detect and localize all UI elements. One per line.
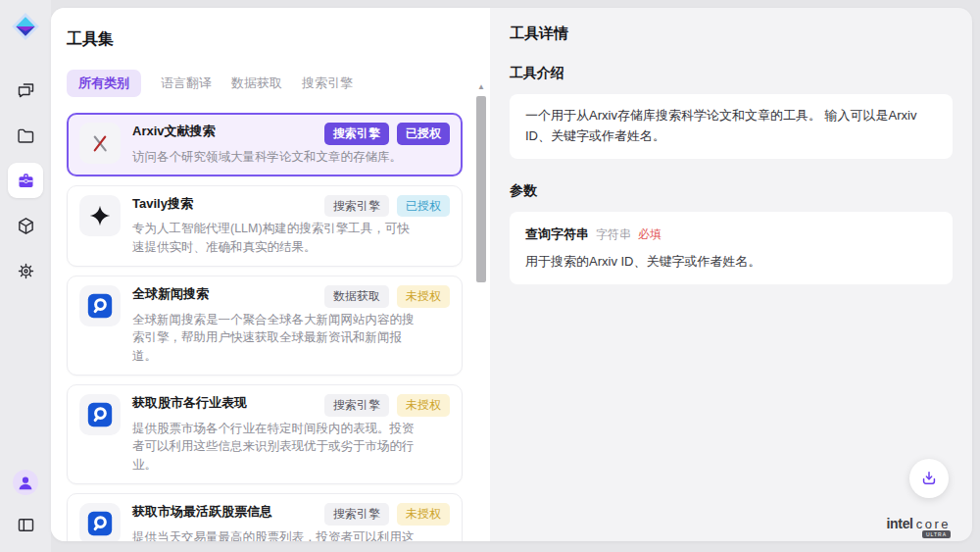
auth-badge: 已授权: [397, 123, 450, 145]
left-rail: [0, 0, 51, 552]
news-search-icon: [79, 285, 121, 326]
category-badge: 数据获取: [324, 285, 389, 308]
tool-description: 提供股票市场各个行业在特定时间段内的表现。投资者可以利用这些信息来识别表现优于或…: [132, 420, 418, 475]
rail-item-models[interactable]: [8, 208, 43, 243]
rail-item-chat[interactable]: [8, 73, 43, 108]
rail-item-settings[interactable]: [8, 253, 43, 288]
tool-description: 提供当天交易量最高的股票列表，投资者可以利用这些信息来识别流动性强的股票和潜在的…: [132, 528, 418, 541]
tool-detail-panel: 工具详情 工具介绍 一个用于从Arxiv存储库搜索科学论文和文章的工具。 输入可…: [490, 8, 972, 541]
toolbox-icon: [16, 171, 36, 191]
tool-name: Tavily搜索: [132, 195, 193, 213]
rail-item-files[interactable]: [8, 118, 43, 153]
tool-description: 专为人工智能代理(LLM)构建的搜索引擎工具，可快速提供实时、准确和真实的结果。: [132, 220, 418, 257]
main-container: 工具集 所有类别 语言翻译 数据获取 搜索引擎: [51, 8, 972, 541]
tool-card-active-stocks[interactable]: 获取市场最活跃股票信息 搜索引擎 未授权 提供当天交易量最高的股票列表，投资者可…: [67, 493, 463, 541]
tool-card-tavily[interactable]: Tavily搜索 搜索引擎 已授权 专为人工智能代理(LLM)构建的搜索引擎工具…: [67, 185, 463, 267]
param-description: 用于搜索的Arxiv ID、关键字或作者姓名。: [525, 252, 937, 272]
cube-icon: [16, 216, 36, 236]
intro-heading: 工具介绍: [510, 65, 953, 82]
auth-badge: 已授权: [397, 195, 450, 218]
tool-name: Arxiv文献搜索: [132, 123, 216, 140]
tab-data-fetch[interactable]: 数据获取: [231, 70, 282, 97]
param-type: 字符串: [596, 226, 631, 243]
stock-sector-icon: [79, 394, 121, 435]
param-name: 查询字符串: [525, 226, 589, 243]
list-scrollbar[interactable]: ▲: [475, 82, 487, 537]
rail-item-panel-toggle[interactable]: [8, 507, 43, 542]
brand-intel: intel: [886, 516, 912, 531]
folder-icon: [16, 125, 36, 146]
user-avatar[interactable]: [13, 470, 38, 495]
tool-card-sector-performance[interactable]: 获取股市各行业表现 搜索引擎 未授权 提供股票市场各个行业在特定时间段内的表现。…: [67, 384, 463, 484]
intro-card: 一个用于从Arxiv存储库搜索科学论文和文章的工具。 输入可以是Arxiv ID…: [510, 94, 953, 159]
app-window: 工具集 所有类别 语言翻译 数据获取 搜索引擎: [0, 0, 980, 552]
detail-title: 工具详情: [510, 25, 953, 43]
page-title: 工具集: [67, 29, 463, 50]
download-button[interactable]: [909, 459, 949, 498]
active-stocks-icon: [79, 503, 121, 541]
tab-translation[interactable]: 语言翻译: [161, 70, 212, 97]
tavily-icon: [79, 195, 121, 236]
category-badge: 搜索引擎: [324, 503, 389, 526]
scrollbar-thumb[interactable]: [476, 96, 486, 282]
tab-all-categories[interactable]: 所有类别: [67, 70, 141, 97]
app-logo: [11, 12, 40, 41]
auth-badge: 未授权: [397, 394, 450, 417]
intel-core-logo: intel core ultra: [886, 516, 951, 531]
param-required-flag: 必填: [638, 226, 662, 243]
tool-name: 获取股市各行业表现: [132, 394, 247, 412]
tool-name: 获取市场最活跃股票信息: [132, 503, 272, 521]
tool-card-global-news[interactable]: 全球新闻搜索 数据获取 未授权 全球新闻搜索是一个聚合全球各大新闻网站内容的搜索…: [67, 276, 463, 376]
category-badge: 搜索引擎: [324, 394, 389, 417]
scrollbar-up-arrow[interactable]: ▲: [475, 82, 487, 94]
params-heading: 参数: [510, 182, 953, 200]
tool-card-list: Arxiv文献搜索 搜索引擎 已授权 访问各个研究领域大量科学论文和文章的存储库…: [67, 113, 463, 541]
brand-ultra-badge: ultra: [922, 530, 951, 538]
tool-description: 访问各个研究领域大量科学论文和文章的存储库。: [132, 148, 418, 167]
brand-core: core: [916, 517, 951, 531]
gear-icon: [16, 261, 36, 281]
tool-list-panel: 工具集 所有类别 语言翻译 数据获取 搜索引擎: [51, 8, 490, 541]
tab-search-engine[interactable]: 搜索引擎: [302, 70, 353, 97]
tool-description: 全球新闻搜索是一个聚合全球各大新闻网站内容的搜索引擎，帮助用户快速获取全球最新资…: [132, 311, 418, 366]
category-tabs: 所有类别 语言翻译 数据获取 搜索引擎: [67, 70, 463, 97]
category-badge: 搜索引擎: [324, 195, 389, 218]
rail-item-tools[interactable]: [8, 163, 43, 198]
category-badge: 搜索引擎: [324, 123, 389, 145]
chat-icon: [16, 80, 36, 101]
user-icon: [15, 472, 36, 493]
tool-card-arxiv[interactable]: Arxiv文献搜索 搜索引擎 已授权 访问各个研究领域大量科学论文和文章的存储库…: [67, 113, 463, 176]
auth-badge: 未授权: [397, 503, 450, 526]
arxiv-icon: [79, 123, 121, 164]
panel-toggle-icon: [16, 515, 36, 535]
tool-name: 全球新闻搜索: [132, 285, 209, 303]
auth-badge: 未授权: [397, 285, 450, 308]
param-card: 查询字符串 字符串 必填 用于搜索的Arxiv ID、关键字或作者姓名。: [510, 212, 953, 285]
download-icon: [919, 469, 939, 488]
